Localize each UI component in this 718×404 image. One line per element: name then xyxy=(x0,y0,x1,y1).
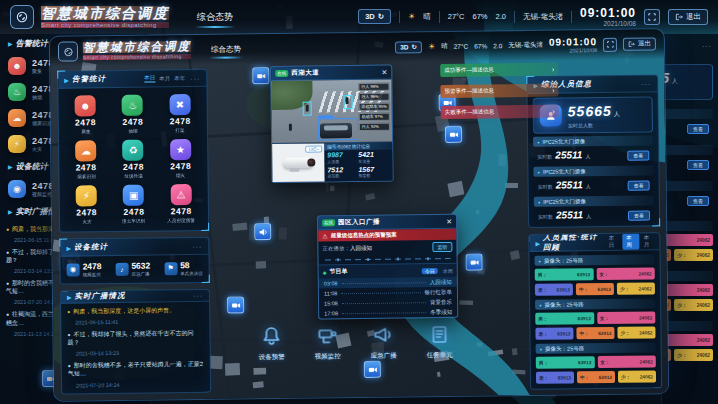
personnel-row: ●IPC25北大门摄像 实时数25511人查看 xyxy=(533,165,653,192)
broadcast-message[interactable]: ●阎肃，我当那深度，这是小屏的声音。 xyxy=(67,306,203,316)
close-icon[interactable]: ✕ xyxy=(381,69,387,76)
tab-today[interactable]: 本日 xyxy=(609,235,619,249)
humidity: 67% xyxy=(474,43,487,50)
tag-elder: 老：63913 xyxy=(535,283,573,295)
view-button[interactable]: 查看 xyxy=(687,196,709,206)
dock-video-monitor[interactable]: 视频监控 xyxy=(303,320,351,362)
tab-week[interactable]: 本周 xyxy=(622,234,640,250)
truck-icon: ▣ xyxy=(123,185,144,206)
diamond-icon: ◆ xyxy=(323,269,327,275)
view-button[interactable]: 查看 xyxy=(628,180,650,190)
alarm-item-smoking[interactable]: ♨2478抽烟 xyxy=(110,92,156,136)
bodycam-icon: ⚑ xyxy=(164,262,177,275)
more-button[interactable]: ··· xyxy=(192,242,202,249)
tab-month[interactable]: 本月 xyxy=(159,75,170,82)
program-row[interactable]: 17:08冬季须知 xyxy=(319,307,457,319)
device-stat-broadcast[interactable]: ♪5632应急广播 xyxy=(115,262,150,277)
tag-male: 男：63913 xyxy=(536,356,595,369)
close-icon[interactable]: ✕ xyxy=(446,218,452,225)
toast-success[interactable]: 成功事件—描述信息› xyxy=(440,63,558,77)
view-button[interactable]: 查看 xyxy=(687,160,709,170)
nav-overview-tab[interactable]: 综合态势 xyxy=(209,40,243,58)
tab-year[interactable]: 本年 xyxy=(174,75,185,82)
broadcast-popup-title: 园区入口广播 xyxy=(338,218,380,228)
view-button[interactable]: 查看 xyxy=(627,150,649,160)
alarm-item-firework[interactable]: ★2478烟火 xyxy=(158,137,204,181)
refresh-icon: ↻ xyxy=(411,43,417,51)
temperature: 27°C xyxy=(454,43,469,50)
notification-toasts: 成功事件—描述信息› 预警事件—描述信息› 失败事件—描述信息› xyxy=(440,63,559,119)
clock: 09:01:00 2021/10/08 xyxy=(580,7,636,27)
tab-week[interactable]: 本周 xyxy=(443,267,453,273)
refresh-icon: ↻ xyxy=(378,12,384,21)
view-button[interactable]: 查看 xyxy=(687,124,709,134)
stat-captures: 7512抓拍数 xyxy=(327,166,358,181)
alarm-item-crowd[interactable]: ☻2478聚集 xyxy=(62,93,108,137)
more-button[interactable]: ··· xyxy=(190,74,200,81)
zoom-chip[interactable]: 13倍+ xyxy=(305,145,322,152)
tab-today[interactable]: 今日 xyxy=(422,268,438,274)
mode-3d-toggle[interactable]: 3D↻ xyxy=(358,9,391,24)
video-popup: 在线 西湖大道 ✕ 行人 98% 行人 96% 非机动车 95% 机动车 97% xyxy=(270,65,393,183)
camera-map-marker[interactable] xyxy=(465,253,482,270)
date: 2021/10/08 xyxy=(580,20,636,27)
device-stat-video[interactable]: ◉2478视频监控 xyxy=(67,262,102,277)
outer-people-row: ●IPC25北大门摄像 实时数25511人查看 xyxy=(661,109,713,135)
alarm-item-fire[interactable]: ⚡2478火灾 xyxy=(64,183,110,227)
exit-button[interactable]: 退出 xyxy=(668,9,708,25)
alarm-item-garbage[interactable]: ♻2478垃圾外溢 xyxy=(110,137,156,181)
fullscreen-button[interactable] xyxy=(644,9,660,25)
tag-elder: 老：63913 xyxy=(535,327,573,339)
tag-middle: 中：63913 xyxy=(577,371,615,383)
video-feed[interactable]: 行人 98% 行人 96% 非机动车 95% 机动车 97% 行人 92% xyxy=(271,80,392,143)
camera-map-marker[interactable] xyxy=(252,67,269,84)
tab-today[interactable]: 本日 xyxy=(144,74,155,82)
outer-attr-group: ●摄像头：25号路 男：63913女：24062 老：63913中：63913少… xyxy=(661,221,713,261)
camera-icon: ◉ xyxy=(67,263,80,276)
fullscreen-button[interactable] xyxy=(603,38,617,52)
alarm-item-density[interactable]: ⚠2478人员密度预警 xyxy=(158,182,204,226)
location: 无锡-鼋头渚 xyxy=(523,12,563,22)
listen-button[interactable]: 监听 xyxy=(432,242,452,252)
humidity: 67% xyxy=(473,12,488,21)
smoking-icon: ♨ xyxy=(8,83,26,101)
nav-overview-tab[interactable]: 综合态势 xyxy=(195,7,235,28)
exit-button[interactable]: 退出 xyxy=(623,38,656,51)
tab-month[interactable]: 本月 xyxy=(644,234,654,248)
speaker-icon: ♪ xyxy=(115,263,128,276)
toast-error[interactable]: 失败事件—描述信息› xyxy=(441,105,559,119)
alarm-item-truck[interactable]: ▣2478渣土车识别 xyxy=(111,182,157,226)
camera-map-marker[interactable] xyxy=(364,361,381,378)
alarm-item-fight[interactable]: ✖2478打架 xyxy=(157,92,203,136)
audio-progress-bar[interactable] xyxy=(325,255,451,263)
fire-icon: ⚡ xyxy=(8,135,26,153)
stat-car-flow: 5421车流量 xyxy=(358,151,389,166)
more-button[interactable]: ··· xyxy=(641,80,651,87)
alarm-item-smoke[interactable]: ☁2478烟雾识别 xyxy=(63,138,109,182)
broadcast-message[interactable]: ●那时的舍我糟不多，老子只要站蹲儿一遍，正蒙2气短… xyxy=(68,360,204,378)
person-bounding-box xyxy=(303,102,312,116)
location: 无锡-鼋头渚 xyxy=(508,41,543,50)
wind-speed: 2.0 xyxy=(496,12,506,21)
dock-device-alert[interactable]: 设备预警 xyxy=(247,321,295,363)
camera-map-marker[interactable] xyxy=(227,296,244,313)
speaker-map-marker[interactable] xyxy=(254,223,271,240)
attributes-panel: ▶人员属性·统计回顾 本日 本周 本月 ●摄像头：25号路 男：63913女：2… xyxy=(528,232,662,390)
view-button[interactable]: 查看 xyxy=(628,210,650,220)
more-button[interactable]: ··· xyxy=(702,43,712,50)
mode-3d-toggle[interactable]: 3D↻ xyxy=(395,41,422,53)
dock-task-unit[interactable]: 任务单元 xyxy=(415,319,463,361)
toast-warning[interactable]: 预警事件—描述信息› xyxy=(440,84,558,98)
device-stat-bodycam[interactable]: ⚑58单兵执法仪 xyxy=(164,261,203,276)
garbage-icon: ♻ xyxy=(123,140,144,161)
device-panel-title: 设备统计 xyxy=(74,242,108,252)
more-button[interactable]: ··· xyxy=(193,292,203,299)
camera-map-marker[interactable] xyxy=(445,126,462,143)
camera-device-card: 13倍+ xyxy=(272,143,324,182)
broadcast-message[interactable]: ●不过，我却掉了很头，竟然还在千古不古的问题？ xyxy=(67,329,203,347)
dock-emergency-broadcast[interactable]: 应急广播 xyxy=(359,319,407,361)
megaphone-icon xyxy=(366,320,400,350)
wind-speed: 2.0 xyxy=(493,43,502,50)
video-popup-title: 西湖大道 xyxy=(291,68,319,77)
device-stats-panel: ▶设备统计··· ◉2478视频监控 ♪5632应急广播 ⚑58单兵执法仪 xyxy=(59,237,210,284)
